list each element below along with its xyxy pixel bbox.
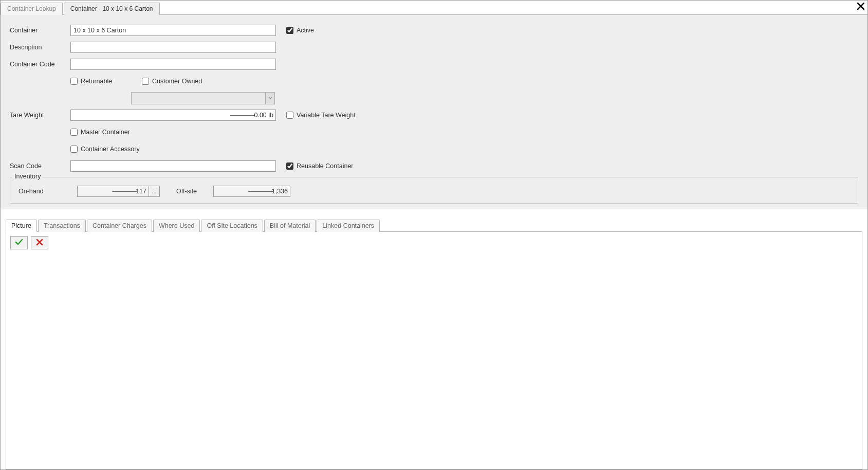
checkbox-label: Returnable <box>81 78 112 85</box>
checkbox-label: Variable Tare Weight <box>297 112 356 119</box>
label-scan-code: Scan Code <box>10 162 70 170</box>
customer-select-disabled <box>131 92 275 104</box>
tab-container-detail[interactable]: Container - 10 x 10 x 6 Carton <box>64 3 160 15</box>
tab-picture[interactable]: Picture <box>6 220 37 232</box>
check-icon <box>15 238 23 248</box>
chevron-down-icon <box>265 93 274 104</box>
on-hand-value: 117 <box>136 188 146 195</box>
tab-transactions[interactable]: Transactions <box>38 220 86 232</box>
tare-weight-value: 0.00 lb <box>254 112 273 119</box>
container-code-input[interactable] <box>70 59 276 70</box>
detail-tab-bar: Picture Transactions Container Charges W… <box>6 219 862 232</box>
label-on-hand: On-hand <box>16 188 71 195</box>
container-accessory-checkbox[interactable]: Container Accessory <box>70 146 140 153</box>
tab-off-site-locations[interactable]: Off Site Locations <box>201 220 263 232</box>
picture-tab-content <box>6 232 862 469</box>
active-checkbox[interactable]: Active <box>286 27 314 34</box>
tab-container-lookup[interactable]: Container Lookup <box>1 3 63 15</box>
reject-button[interactable] <box>31 236 48 249</box>
label-container-code: Container Code <box>10 61 70 68</box>
x-icon <box>35 238 44 248</box>
tare-weight-input[interactable]: 0.00 lb <box>70 110 276 121</box>
container-window: Container Lookup Container - 10 x 10 x 6… <box>0 0 868 470</box>
tab-container-charges[interactable]: Container Charges <box>87 220 152 232</box>
checkbox-label: Master Container <box>81 129 130 136</box>
checkbox-label: Container Accessory <box>81 146 140 153</box>
tab-linked-containers[interactable]: Linked Containers <box>317 220 380 232</box>
container-input[interactable] <box>70 25 276 36</box>
scan-code-input[interactable] <box>70 160 276 172</box>
customer-owned-checkbox[interactable]: Customer Owned <box>142 78 202 85</box>
tab-where-used[interactable]: Where Used <box>153 220 200 232</box>
label-description: Description <box>10 44 70 51</box>
reusable-container-checkbox[interactable]: Reusable Container <box>286 162 354 170</box>
top-tab-bar: Container Lookup Container - 10 x 10 x 6… <box>1 1 867 15</box>
inventory-legend: Inventory <box>12 173 43 180</box>
underline-decoration <box>112 191 137 192</box>
tab-label: Container Lookup <box>7 5 56 12</box>
inventory-fieldset: Inventory On-hand 117 ... Off-site 1,336 <box>10 177 858 204</box>
on-hand-input: 117 <box>77 186 149 197</box>
label-off-site: Off-site <box>176 188 207 195</box>
on-hand-lookup-button[interactable]: ... <box>149 186 160 197</box>
form-panel: Container Active Description Container C… <box>1 15 867 209</box>
underline-decoration <box>230 115 255 116</box>
tab-label: Container - 10 x 10 x 6 Carton <box>70 5 153 12</box>
variable-tare-weight-checkbox[interactable]: Variable Tare Weight <box>286 112 356 119</box>
detail-tabs-wrap: Picture Transactions Container Charges W… <box>1 209 867 469</box>
label-container: Container <box>10 27 70 34</box>
returnable-checkbox[interactable]: Returnable <box>70 78 130 85</box>
description-input[interactable] <box>70 42 276 53</box>
tab-bill-of-material[interactable]: Bill of Material <box>264 220 316 232</box>
ellipsis-icon: ... <box>152 188 156 194</box>
off-site-value: 1,336 <box>272 188 288 195</box>
checkbox-label: Reusable Container <box>297 162 354 170</box>
checkbox-label: Customer Owned <box>152 78 202 85</box>
underline-decoration <box>248 191 273 192</box>
off-site-input: 1,336 <box>213 186 290 197</box>
label-tare-weight: Tare Weight <box>10 112 70 119</box>
checkbox-label: Active <box>297 27 314 34</box>
master-container-checkbox[interactable]: Master Container <box>70 129 130 136</box>
close-icon[interactable] <box>857 2 864 11</box>
accept-button[interactable] <box>10 236 28 249</box>
